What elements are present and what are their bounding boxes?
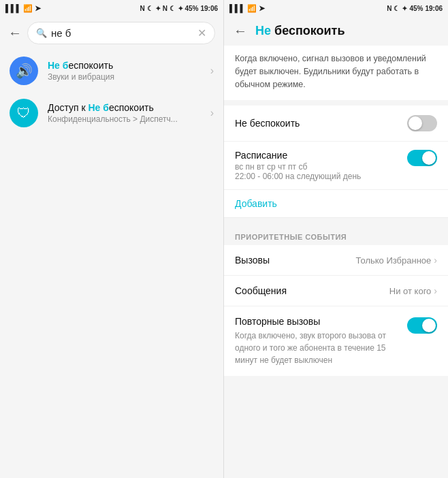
signal-icon-r: ▌▌▌ — [229, 4, 245, 12]
messages-row[interactable]: Сообщения Ни от кого › — [224, 276, 448, 306]
title-highlight: Не — [255, 24, 271, 37]
calls-value: Только Избранное › — [356, 255, 437, 266]
status-bar-left: ▌▌▌ 📶 ➤ N ☾ ✦ N ☾ ✦ 45% 19:06 — [0, 0, 223, 16]
nfc-icon-r: N — [387, 5, 391, 12]
result-icon-2: 🛡 — [10, 99, 38, 127]
schedule-header: Расписание вс пн вт ср чт пт сб 22:00 - … — [235, 150, 437, 181]
chevron-icon-2: › — [210, 107, 214, 119]
search-icon: 🔍 — [36, 28, 47, 38]
search-bar: ← 🔍 ✕ — [0, 16, 223, 50]
bluetooth-icon: ✦ — [155, 5, 161, 12]
status-right-left: ▌▌▌ 📶 ➤ — [229, 4, 265, 13]
messages-value-text: Ни от кого — [389, 286, 432, 296]
repeated-calls-text: Повторные вызовы Когда включено, звук вт… — [235, 316, 400, 366]
result-subtitle-2: Конфиденциальность > Диспетч... — [48, 114, 201, 124]
page-title: Не беспокоить — [255, 24, 345, 38]
main-toggle-row: Не беспокоить — [224, 106, 448, 142]
calls-label: Вызовы — [235, 255, 270, 266]
bluetooth-icon-r: ✦ — [402, 5, 407, 12]
toggle-knob-repeated — [422, 319, 436, 332]
repeated-calls-block: Повторные вызовы Когда включено, звук вт… — [224, 306, 448, 376]
location-icon-r: ➤ — [259, 4, 265, 13]
schedule-block[interactable]: Расписание вс пн вт ср чт пт сб 22:00 - … — [224, 142, 448, 190]
status-left: ▌▌▌ 📶 ➤ — [5, 4, 41, 13]
main-toggle-label: Не беспокоить — [235, 118, 300, 129]
repeated-calls-desc: Когда включено, звук второго вызова от о… — [235, 330, 400, 366]
main-toggle-section: Не беспокоить Расписание вс пн вт ср чт … — [224, 106, 448, 218]
wifi-icon-r: 📶 — [247, 4, 257, 13]
calls-row[interactable]: Вызовы Только Избранное › — [224, 245, 448, 276]
calls-value-text: Только Избранное — [356, 255, 432, 266]
description-block: Когда включено, сигнал вызовов и уведомл… — [224, 46, 448, 100]
result-highlight-1: Не б — [48, 60, 68, 71]
status-bar-right: ▌▌▌ 📶 ➤ N ☾ ✦ 45% 19:06 — [224, 0, 448, 16]
result-prefix-2: Доступ к — [48, 102, 88, 113]
battery-text-r: 45% — [409, 5, 423, 12]
toggle-knob-schedule — [422, 151, 436, 165]
search-results: 🔊 Не беспокоить Звуки и вибрация › 🛡 Дос… — [0, 50, 223, 134]
result-item-2[interactable]: 🛡 Доступ к Не беспокоить Конфиденциально… — [0, 92, 223, 134]
nfc-icon: N — [140, 5, 145, 12]
chevron-icon-1: › — [210, 65, 214, 77]
status-right-right: N ☾ ✦ 45% 19:06 — [387, 5, 443, 12]
schedule-time: 22:00 - 06:00 на следующий день — [235, 172, 361, 181]
result-rest-2: еспокоить — [109, 102, 154, 113]
result-title-2: Доступ к Не беспокоить — [48, 102, 201, 113]
settings-panel: ▌▌▌ 📶 ➤ N ☾ ✦ 45% 19:06 ← Не беспокоить … — [224, 0, 448, 478]
priority-section: Вызовы Только Избранное › Сообщения Ни о… — [224, 245, 448, 376]
calls-chevron-icon: › — [434, 255, 437, 266]
messages-chevron-icon: › — [434, 285, 437, 296]
right-content: Когда включено, сигнал вызовов и уведомл… — [224, 46, 448, 478]
schedule-toggle[interactable] — [407, 150, 437, 166]
result-text-2: Доступ к Не беспокоить Конфиденциальност… — [48, 102, 201, 124]
result-icon-1: 🔊 — [10, 57, 38, 85]
shield-icon: 🛡 — [17, 106, 31, 121]
battery-text: N ☾ ✦ 45% — [163, 5, 199, 12]
speaker-icon: 🔊 — [16, 63, 33, 79]
main-toggle[interactable] — [407, 115, 437, 131]
result-item-1[interactable]: 🔊 Не беспокоить Звуки и вибрация › — [0, 50, 223, 92]
alarm-icon: ☾ — [147, 5, 153, 12]
clear-icon[interactable]: ✕ — [197, 27, 206, 39]
location-icon: ➤ — [35, 4, 41, 13]
right-header: ← Не беспокоить — [224, 16, 448, 46]
schedule-info: Расписание вс пн вт ср чт пт сб 22:00 - … — [235, 150, 361, 181]
repeated-calls-title: Повторные вызовы — [235, 316, 400, 327]
search-panel: ▌▌▌ 📶 ➤ N ☾ ✦ N ☾ ✦ 45% 19:06 ← 🔍 ✕ 🔊 — [0, 0, 224, 478]
status-right: N ☾ ✦ N ☾ ✦ 45% 19:06 — [140, 5, 218, 12]
schedule-days: вс пн вт ср чт пт сб — [235, 162, 361, 172]
messages-label: Сообщения — [235, 285, 287, 296]
toggle-knob-main — [409, 116, 422, 130]
description-text: Когда включено, сигнал вызовов и уведомл… — [235, 52, 437, 91]
result-rest-1: еспокоить — [68, 60, 113, 71]
messages-value: Ни от кого › — [389, 285, 437, 296]
time-left: 19:06 — [200, 5, 218, 12]
priority-section-header: ПРИОРИТЕТНЫЕ СОБЫТИЯ — [224, 223, 448, 245]
back-button-left[interactable]: ← — [8, 25, 22, 41]
alarm-icon-r: ☾ — [394, 5, 400, 12]
result-text-1: Не беспокоить Звуки и вибрация — [48, 60, 201, 82]
back-button-right[interactable]: ← — [234, 23, 247, 39]
result-title-1: Не беспокоить — [48, 60, 201, 71]
signal-icon: ▌▌▌ — [5, 4, 21, 12]
time-right: 19:06 — [425, 5, 443, 12]
repeated-calls-toggle[interactable] — [407, 317, 437, 334]
search-input-wrap[interactable]: 🔍 ✕ — [27, 22, 215, 44]
result-highlight-2: Не б — [88, 102, 108, 113]
wifi-icon: 📶 — [23, 4, 33, 13]
schedule-title: Расписание — [235, 150, 361, 161]
search-input[interactable] — [51, 27, 193, 39]
result-subtitle-1: Звуки и вибрация — [48, 72, 201, 82]
add-button[interactable]: Добавить — [224, 190, 448, 218]
title-rest: беспокоить — [271, 24, 345, 37]
